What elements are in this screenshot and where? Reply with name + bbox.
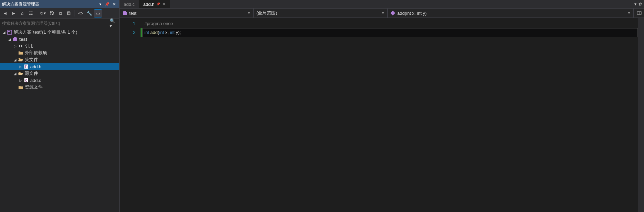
- expand-icon[interactable]: ◢: [1, 31, 7, 34]
- pin-icon[interactable]: 📌: [156, 2, 160, 6]
- svg-text:h: h: [25, 64, 27, 69]
- code-line[interactable]: #pragma once: [142, 19, 638, 28]
- panel-dropdown-icon[interactable]: ▾: [97, 1, 103, 7]
- code-editor[interactable]: 1 2 #pragma onceint add(int x, int y);: [120, 18, 644, 212]
- svg-rect-12: [390, 11, 395, 15]
- line-number: 2: [120, 28, 135, 37]
- tree-project[interactable]: ◢ test: [0, 36, 119, 43]
- line-gutter: 1 2: [120, 18, 140, 212]
- solution-explorer-title: 解决方案资源管理器: [2, 1, 39, 7]
- split-editor-icon[interactable]: [634, 11, 644, 15]
- solution-explorer-panel: 解决方案资源管理器 ▾ 📌 ✕ ◄ ► ⌂ ☷ ↻▾ 🗘 ⧉ 🖹 <> 🔧 ▭ …: [0, 0, 120, 212]
- chevron-down-icon: ▼: [381, 11, 385, 15]
- line-number: 1: [120, 19, 135, 28]
- editor-tabbar: add.c add.h 📌 ✕ ▾ ✿: [120, 0, 644, 8]
- nav-member-dropdown[interactable]: add(int x, int y) ▼: [388, 9, 634, 17]
- gear-icon[interactable]: ✿: [639, 2, 642, 7]
- forward-icon[interactable]: ►: [10, 10, 18, 17]
- tree-external-deps[interactable]: 外部依赖项: [0, 49, 119, 56]
- nav-scope-dropdown[interactable]: (全局范围) ▼: [254, 9, 388, 17]
- svg-rect-4: [19, 45, 20, 47]
- svg-rect-2: [13, 38, 17, 41]
- tree-label: 解决方案"test"(1 个项目/共 1 个): [14, 29, 77, 35]
- search-input[interactable]: [2, 21, 110, 26]
- solution-icon: [7, 30, 12, 35]
- folder-icon: [18, 85, 23, 90]
- folder-open-icon: [18, 57, 23, 62]
- expand-icon[interactable]: ◢: [7, 37, 12, 41]
- tree-label: 资源文件: [25, 84, 43, 90]
- properties-icon[interactable]: 🔧: [86, 10, 93, 17]
- chevron-down-icon: ▼: [247, 11, 251, 15]
- switch-view-icon[interactable]: ☷: [27, 10, 35, 17]
- solution-explorer-search: 🔍▾: [0, 19, 119, 28]
- tab-overflow-icon[interactable]: ▾: [634, 2, 636, 7]
- svg-rect-11: [123, 11, 126, 12]
- expand-icon[interactable]: ◢: [12, 72, 18, 75]
- refresh-icon[interactable]: 🗘: [48, 10, 55, 17]
- close-icon[interactable]: ✕: [162, 2, 166, 7]
- tree-label: test: [19, 37, 27, 42]
- folder-icon: [18, 50, 23, 55]
- search-icon[interactable]: 🔍▾: [110, 20, 117, 27]
- tree-solution[interactable]: ◢ 解决方案"test"(1 个项目/共 1 个): [0, 29, 119, 36]
- panel-close-icon[interactable]: ✕: [111, 1, 117, 7]
- nav-member-label: add(int x, int y): [397, 11, 426, 16]
- code-lines[interactable]: #pragma onceint add(int x, int y);: [142, 18, 638, 212]
- sync-dropdown-icon[interactable]: ↻▾: [39, 10, 47, 17]
- tree-references[interactable]: ▷ 引用: [0, 43, 119, 49]
- tree-label: 引用: [25, 43, 34, 49]
- back-icon[interactable]: ◄: [1, 10, 9, 17]
- solution-explorer-toolbar: ◄ ► ⌂ ☷ ↻▾ 🗘 ⧉ 🖹 <> 🔧 ▭: [0, 8, 119, 19]
- home-icon[interactable]: ⌂: [19, 10, 26, 17]
- preview-icon[interactable]: ▭: [94, 10, 102, 17]
- chevron-down-icon: ▼: [628, 11, 631, 15]
- vertical-scrollbar[interactable]: [638, 18, 644, 212]
- nav-project-dropdown[interactable]: test ▼: [120, 9, 254, 17]
- svg-rect-3: [14, 37, 16, 38]
- solution-explorer-titlebar: 解决方案资源管理器 ▾ 📌 ✕: [0, 0, 119, 8]
- panel-pin-icon[interactable]: 📌: [104, 1, 110, 7]
- tree-headers[interactable]: ◢ 头文件: [0, 56, 119, 63]
- solution-tree: ◢ 解决方案"test"(1 个项目/共 1 个) ◢ test ▷ 引用 外部…: [0, 28, 119, 212]
- tree-label: 源文件: [25, 70, 38, 76]
- expand-icon[interactable]: ▷: [18, 79, 23, 82]
- tree-label: add.h: [30, 64, 42, 69]
- tab-label: add.h: [143, 2, 155, 7]
- collapse-all-icon[interactable]: ⧉: [56, 10, 64, 17]
- svg-rect-1: [8, 31, 10, 32]
- svg-rect-5: [21, 45, 22, 47]
- c-file-icon: c: [23, 78, 29, 83]
- method-icon: [390, 11, 395, 15]
- tree-resources[interactable]: 资源文件: [0, 84, 119, 91]
- code-line[interactable]: int add(int x, int y);: [142, 28, 638, 37]
- refs-icon: [18, 44, 23, 48]
- tree-label: 头文件: [25, 57, 38, 63]
- tab-label: add.c: [124, 2, 135, 7]
- project-icon: [12, 37, 18, 42]
- nav-scope-label: (全局范围): [256, 10, 277, 16]
- view-code-icon[interactable]: <>: [77, 10, 85, 17]
- tree-label: add.c: [30, 78, 41, 83]
- project-icon: [122, 11, 127, 15]
- expand-icon[interactable]: ▷: [12, 44, 18, 48]
- expand-icon[interactable]: ▷: [18, 65, 23, 69]
- show-all-files-icon[interactable]: 🖹: [65, 10, 73, 17]
- nav-project-label: test: [129, 11, 136, 16]
- editor-area: add.c add.h 📌 ✕ ▾ ✿ test ▼ (全局范围) ▼: [120, 0, 644, 212]
- svg-text:c: c: [25, 78, 27, 83]
- tab-add-h[interactable]: add.h 📌 ✕: [139, 0, 170, 8]
- editor-navbar: test ▼ (全局范围) ▼ add(int x, int y) ▼: [120, 8, 644, 18]
- svg-rect-10: [123, 12, 127, 15]
- tree-add-c[interactable]: ▷ c add.c: [0, 77, 119, 84]
- expand-icon[interactable]: ◢: [12, 58, 18, 62]
- tab-add-c[interactable]: add.c: [120, 0, 139, 8]
- folder-open-icon: [18, 71, 23, 76]
- h-file-icon: h: [23, 64, 29, 69]
- tree-label: 外部依赖项: [25, 50, 47, 56]
- tree-add-h[interactable]: ▷ h add.h: [0, 63, 119, 70]
- tree-sources[interactable]: ◢ 源文件: [0, 70, 119, 77]
